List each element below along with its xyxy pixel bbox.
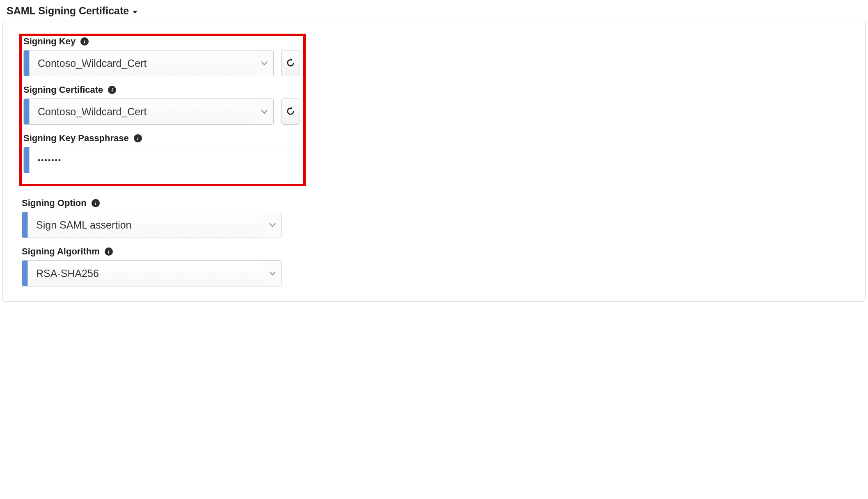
- signing-key-label-row: Signing Key i: [23, 36, 300, 47]
- signing-key-passphrase-value: •••••••: [30, 147, 300, 173]
- required-indicator-bar: [22, 261, 28, 286]
- signing-option-select[interactable]: Sign SAML assertion: [22, 212, 282, 238]
- required-indicator-bar: [22, 212, 28, 238]
- signing-key-passphrase-input[interactable]: •••••••: [23, 147, 300, 173]
- signing-algorithm-label-row: Signing Algorithm i: [22, 246, 846, 257]
- refresh-signing-certificate-button[interactable]: [281, 98, 300, 125]
- field-group-signing-option: Signing Option i Sign SAML assertion: [22, 198, 846, 238]
- chevron-down-icon: [255, 99, 273, 124]
- signing-key-passphrase-label: Signing Key Passphrase: [23, 133, 129, 144]
- info-icon[interactable]: i: [108, 86, 116, 94]
- signing-algorithm-select[interactable]: RSA-SHA256: [22, 260, 282, 286]
- section-header[interactable]: SAML Signing Certificate: [2, 2, 866, 19]
- signing-algorithm-select-value: RSA-SHA256: [28, 261, 263, 286]
- signing-certificate-select[interactable]: Contoso_Wildcard_Cert: [23, 98, 274, 125]
- signing-key-passphrase-label-row: Signing Key Passphrase i: [23, 133, 300, 144]
- signing-option-select-value: Sign SAML assertion: [28, 212, 263, 238]
- masked-password-text: •••••••: [38, 156, 62, 165]
- refresh-signing-key-button[interactable]: [281, 50, 300, 76]
- signing-option-label: Signing Option: [22, 198, 87, 208]
- field-group-signing-algorithm: Signing Algorithm i RSA-SHA256: [22, 246, 846, 286]
- caret-down-icon: [132, 5, 138, 17]
- signing-key-select-value: Contoso_Wildcard_Cert: [30, 50, 255, 76]
- signing-key-select[interactable]: Contoso_Wildcard_Cert: [23, 50, 274, 76]
- signing-algorithm-label: Signing Algorithm: [22, 246, 100, 257]
- required-indicator-bar: [24, 50, 30, 76]
- section-title: SAML Signing Certificate: [7, 5, 129, 17]
- signing-certificate-select-value: Contoso_Wildcard_Cert: [30, 99, 255, 124]
- field-group-signing-certificate: Signing Certificate i Contoso_Wildcard_C…: [23, 85, 300, 125]
- info-icon[interactable]: i: [134, 134, 142, 142]
- highlight-box: Signing Key i Contoso_Wildcard_Cert: [19, 34, 306, 186]
- saml-signing-panel: Signing Key i Contoso_Wildcard_Cert: [2, 21, 866, 302]
- signing-certificate-label: Signing Certificate: [23, 85, 103, 95]
- info-icon[interactable]: i: [80, 37, 89, 46]
- required-indicator-bar: [24, 99, 30, 124]
- refresh-icon: [286, 58, 295, 69]
- field-group-signing-key-passphrase: Signing Key Passphrase i •••••••: [23, 133, 300, 173]
- info-icon[interactable]: i: [92, 199, 100, 207]
- required-indicator-bar: [24, 147, 30, 173]
- refresh-icon: [286, 107, 295, 117]
- chevron-down-icon: [263, 261, 282, 286]
- info-icon[interactable]: i: [105, 247, 113, 256]
- field-group-signing-key: Signing Key i Contoso_Wildcard_Cert: [23, 36, 300, 76]
- chevron-down-icon: [263, 212, 282, 238]
- chevron-down-icon: [255, 50, 273, 76]
- signing-key-label: Signing Key: [23, 36, 76, 47]
- signing-certificate-label-row: Signing Certificate i: [23, 85, 300, 95]
- signing-option-label-row: Signing Option i: [22, 198, 846, 208]
